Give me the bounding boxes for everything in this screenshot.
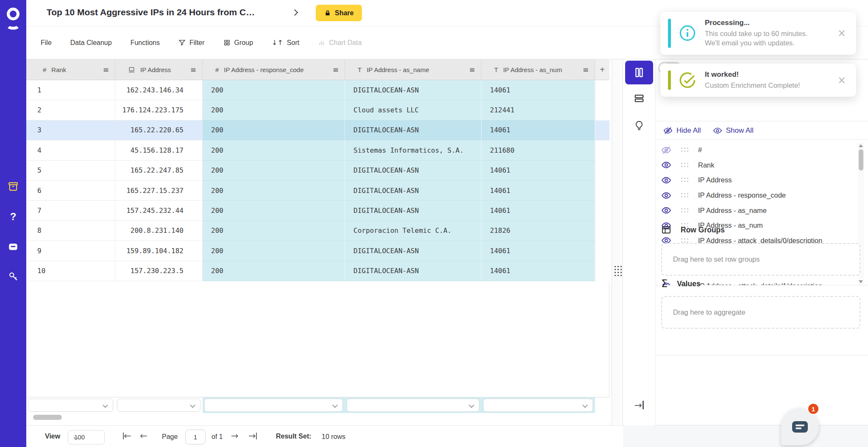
grid-cell[interactable]: 21826 [481,221,595,241]
grid-cell[interactable]: 200 [203,181,345,201]
show-all-button[interactable]: Show All [713,126,754,135]
grid-cell[interactable]: 8 [26,221,115,241]
feedback-chat-icon[interactable] [6,240,20,254]
grid-cell[interactable]: 7 [26,201,115,221]
eye-off-icon[interactable] [661,145,671,155]
column-aggregate-select[interactable] [117,399,200,412]
table-row[interactable]: 6165.227.15.237200DIGITALOCEAN-ASN14061 [26,181,609,201]
grid-cell[interactable]: 14061 [481,241,595,261]
column-menu-icon[interactable]: ≡ [583,65,589,74]
chat-launcher-button[interactable]: 1 [781,408,819,445]
grid-cell[interactable]: DIGITALOCEAN-ASN [345,261,481,281]
table-row[interactable]: 1162.243.146.34200DIGITALOCEAN-ASN14061 [26,80,609,100]
grid-cell[interactable]: 2 [26,100,115,120]
column-header-ip-address-as-num[interactable]: TIP Address - as_num≡ [481,59,595,80]
close-icon[interactable]: × [835,74,849,86]
collapse-panel-button[interactable]: → [629,397,649,413]
grid-cell[interactable]: DIGITALOCEAN-ASN [345,80,481,100]
horizontal-scrollbar[interactable] [26,413,609,422]
grid-cell[interactable]: 14061 [481,161,595,181]
grid-cell[interactable]: 45.156.128.17 [115,140,203,160]
grid-cell[interactable]: 212441 [481,100,595,120]
column-menu-icon[interactable]: ≡ [333,65,339,74]
page-size-dropdown[interactable]: 100 [68,430,105,444]
grid-cell[interactable]: 14061 [481,201,595,221]
horizontal-scrollbar-thumb[interactable] [33,415,62,420]
prev-page-button[interactable]: ← [140,431,147,441]
column-aggregate-select[interactable] [347,399,479,412]
grid-cell[interactable]: 14061 [481,181,595,201]
menu-item-filter[interactable]: Filter [178,39,205,47]
grid-cell[interactable]: DIGITALOCEAN-ASN [345,201,481,221]
grid-cell[interactable]: Sistemas Informaticos, S.A. [345,140,481,160]
grid-cell[interactable]: 5 [26,161,115,181]
next-page-button[interactable]: → [231,431,239,441]
column-menu-icon[interactable]: ≡ [190,65,196,74]
grid-cell[interactable]: 6 [26,181,115,201]
menu-item-sort[interactable]: ↓↑ Sort [272,39,299,47]
grid-cell[interactable]: DIGITALOCEAN-ASN [345,181,481,201]
grid-cell[interactable]: 200 [203,120,345,140]
eye-icon[interactable] [661,175,671,185]
drag-handle-icon[interactable] [681,208,689,213]
column-aggregate-select[interactable] [483,399,593,412]
table-row[interactable]: 445.156.128.17200Sistemas Informaticos, … [26,140,609,160]
grid-cell[interactable]: 211680 [481,140,595,160]
grid-cell[interactable]: Cloud assets LLC [345,100,481,120]
panel-scrollbar-thumb[interactable] [859,149,863,170]
column-menu-icon[interactable]: ≡ [469,65,475,74]
grid-cell[interactable]: DIGITALOCEAN-ASN [345,241,481,261]
rows-panel-tab[interactable] [625,87,653,110]
grid-cell[interactable]: 159.89.104.182 [115,241,203,261]
grid-cell[interactable]: 14061 [481,120,595,140]
drag-handle-icon[interactable] [681,178,689,182]
table-row[interactable]: 3165.22.220.65200DIGITALOCEAN-ASN14061 [26,120,609,140]
grid-cell[interactable]: 200 [203,221,345,241]
grid-cell[interactable]: 200 [203,140,345,160]
grid-cell[interactable]: 9 [26,241,115,261]
table-row[interactable]: 2176.124.223.175200Cloud assets LLC21244… [26,100,609,120]
grid-cell[interactable]: 162.243.146.34 [115,80,203,100]
grid-cell[interactable]: 14061 [481,80,595,100]
hide-all-button[interactable]: Hide All [663,126,701,135]
grid-cell[interactable]: 3 [26,120,115,140]
menu-item-group[interactable]: Group [223,39,253,47]
grid-cell[interactable]: 200 [203,80,345,100]
grid-cell[interactable]: 165.22.220.65 [115,120,203,140]
row-groups-dropzone[interactable]: Drag here to set row groups [661,243,860,276]
title-expand-chevron-icon[interactable] [292,9,298,16]
column-aggregate-select[interactable] [28,399,113,412]
drag-handle-icon[interactable] [681,163,689,168]
eye-icon[interactable] [661,205,671,215]
grid-cell[interactable]: 10 [26,261,115,281]
help-icon[interactable]: ? [6,210,20,224]
panel-resize-handle[interactable] [615,266,620,276]
menu-item-data-cleanup[interactable]: Data Cleanup [70,39,112,47]
eye-icon[interactable] [661,160,671,170]
eye-icon[interactable] [661,190,671,201]
drag-handle-icon[interactable] [681,193,689,198]
grid-cell[interactable]: 14061 [481,261,595,281]
page-number-input[interactable] [185,430,206,444]
grid-cell[interactable]: 200 [203,161,345,181]
grid-cell[interactable]: 165.22.247.85 [115,161,203,181]
grid-cell[interactable]: 157.230.223.5 [115,261,203,281]
share-button[interactable]: Share [316,5,362,21]
grid-cell[interactable]: 200 [203,261,345,281]
grid-cell[interactable]: 1 [26,80,115,100]
grid-cell[interactable]: 200 [203,100,345,120]
grid-cell[interactable]: 4 [26,140,115,160]
insights-panel-tab[interactable] [625,114,653,137]
scroll-down-arrow-icon[interactable] [859,280,863,283]
table-row[interactable]: 9159.89.104.182200DIGITALOCEAN-ASN14061 [26,241,609,261]
grid-cell[interactable]: 157.245.232.44 [115,201,203,221]
column-header-ip-address-as-name[interactable]: TIP Address - as_name≡ [345,59,481,80]
column-menu-icon[interactable]: ≡ [103,65,109,74]
grid-cell[interactable]: 200.8.231.140 [115,221,203,241]
menu-item-file[interactable]: File [41,39,52,47]
column-header-ip-address[interactable]: IP Address≡ [115,59,203,80]
archive-box-icon[interactable] [6,180,20,193]
grid-cell[interactable]: 200 [203,241,345,261]
column-header-rank[interactable]: #Rank≡ [26,59,115,80]
drag-handle-icon[interactable] [681,238,689,243]
